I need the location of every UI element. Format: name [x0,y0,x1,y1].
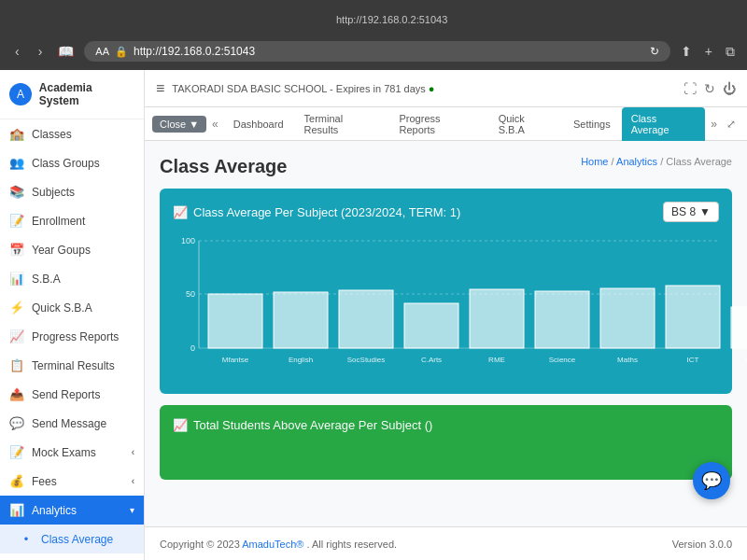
sidebar-item-fees[interactable]: 💰 Fees ‹ [0,467,144,496]
tab-terminal-results[interactable]: Terminal Results [295,107,388,141]
sidebar-item-mockexams[interactable]: 📝 Mock Exams ‹ [0,438,144,467]
bar-carts [404,303,458,348]
class-select[interactable]: BS 8 ▼ [663,202,719,222]
chart-icon-2: 📈 [173,418,188,432]
tab-url: http://192.168.0.2:51043 [9,14,447,25]
footer: Copyright © 2023 AmaduTech® . All rights… [145,526,747,560]
version-label: Version [672,539,707,550]
sba-icon: 📊 [9,272,24,286]
label-ict: ICT [687,356,699,364]
app-wrapper: A Academia System 🏫 Classes 👥 Class Grou… [0,70,747,560]
sidebar-item-subjects[interactable]: 📚 Subjects [0,177,144,206]
svg-text:0: 0 [190,343,195,353]
sidebar-item-progressreports[interactable]: 📈 Progress Reports [0,322,144,351]
sidebar-item-terminalresults[interactable]: 📋 Terminal Results [0,351,144,380]
school-info: TAKORADI SDA BASIC SCHOOL - Expires in 7… [172,83,676,94]
book-icon: 📖 [55,41,77,62]
nav-right-arrow[interactable]: » [707,116,721,133]
main-content: ≡ TAKORADI SDA BASIC SCHOOL - Expires in… [145,70,747,560]
forward-button[interactable]: › [33,42,49,61]
new-tab-icon[interactable]: + [702,41,715,62]
tab-class-average[interactable]: Class Average [622,107,706,141]
sidebar-item-yeargroups[interactable]: 📅 Year Goups [0,235,144,264]
page-title: Class Average [160,156,287,177]
terminalresults-icon: 📋 [9,358,24,372]
subjects-icon: 📚 [9,185,24,199]
class-select-dropdown-icon: ▼ [699,205,711,218]
hamburger-button[interactable]: ≡ [156,80,164,97]
address-text: http://192.168.0.2:51043 [134,45,644,58]
expiry-days: Expires in 781 days [336,83,426,94]
fullscreen-button[interactable]: ⛶ [684,81,697,96]
sidebar-item-enrollment[interactable]: 📝 Enrollment [0,206,144,235]
brand-link[interactable]: AmaduTech® [242,539,303,550]
breadcrumb-home[interactable]: Home [581,156,608,167]
nav-tabs: Close ▼ « Dashboard Terminal Results Pro… [145,107,747,141]
tab-settings[interactable]: Settings [564,113,620,135]
sidebar-item-sendreports[interactable]: 📤 Send Reports [0,380,144,409]
tab-progress-reports[interactable]: Progress Reports [390,107,487,141]
sidebar-label-sba: S.B.A [32,273,61,286]
copyright-text: Copyright © 2023 [160,539,240,550]
sidebar-item-sba[interactable]: 📊 S.B.A [0,264,144,293]
sidebar-label-analytics: Analytics [32,504,77,517]
chart-title-2: 📈 Total Students Above Average Per Subje… [173,418,719,432]
sidebar-title: Academia System [39,81,134,107]
sidebar-item-classes[interactable]: 🏫 Classes [0,119,144,148]
close-dropdown-icon: ▼ [189,119,199,130]
status-dot: ● [429,83,435,94]
bar-science [535,291,589,348]
footer-right: Version 3.0.0 [672,539,732,550]
sidebar-label-sendmessage: Send Message [32,417,106,430]
analytics-icon: 📊 [9,503,24,517]
sidebar-item-analytics[interactable]: 📊 Analytics ▾ [0,496,144,525]
chart-card-2: 📈 Total Students Above Average Per Subje… [160,405,732,480]
back-button[interactable]: ‹ [9,42,25,61]
mockexams-arrow: ‹ [132,447,134,457]
chart-card-1: 📈 Class Average Per Subject (2023/2024, … [160,189,732,394]
top-bar: ≡ TAKORADI SDA BASIC SCHOOL - Expires in… [145,70,747,107]
class-select-value: BS 8 [671,205,696,218]
sidebar-item-sendmessage[interactable]: 💬 Send Message [0,409,144,438]
tab-quick-sba[interactable]: Quick S.B.A [489,107,562,141]
refresh-button[interactable]: ↻ [704,81,715,96]
label-maths: Maths [617,356,638,364]
copy-icon[interactable]: ⧉ [723,41,738,63]
sidebar-label-classaverage: Class Average [41,533,113,546]
expand-button[interactable]: ⤢ [723,116,740,133]
svg-text:50: 50 [186,289,195,299]
classgroups-icon: 👥 [9,156,24,170]
nav-left-arrow[interactable]: « [208,116,222,133]
reload-icon[interactable]: ↻ [650,45,659,58]
progressreports-icon: 📈 [9,329,24,343]
sidebar-item-classaverage[interactable]: • Class Average [0,525,144,553]
bar-rme [470,289,524,348]
tab-dashboard[interactable]: Dashboard [224,113,293,135]
sidebar-label-sendreports: Send Reports [32,388,100,401]
close-button[interactable]: Close ▼ [152,116,206,133]
browser-tab-bar: http://192.168.0.2:51043 [0,0,747,33]
sidebar-label-classes: Classes [32,128,72,141]
sidebar-item-settings[interactable]: ⚙ Settings [0,553,144,560]
chart-header-1: 📈 Class Average Per Subject (2023/2024, … [173,202,719,222]
address-bar[interactable]: AA 🔒 http://192.168.0.2:51043 ↻ [84,41,669,62]
expiry-text: - [330,83,336,94]
sidebar-item-quicksba[interactable]: ⚡ Quick S.B.A [0,293,144,322]
label-socstudies: SocStudies [347,356,385,364]
chart-icon-1: 📈 [173,205,188,219]
label-carts: C.Arts [421,356,442,364]
analytics-arrow: ▾ [130,505,134,515]
sidebar: A Academia System 🏫 Classes 👥 Class Grou… [0,70,145,560]
bar-english [274,292,328,348]
label-rme: RME [488,356,505,364]
aa-label: AA [95,46,109,57]
share-icon[interactable]: ⬆ [678,41,695,62]
breadcrumb-analytics[interactable]: Analytics [616,156,657,167]
fees-icon: 💰 [9,474,24,488]
footer-left: Copyright © 2023 AmaduTech® . All rights… [160,539,397,550]
floating-chat-button[interactable]: 💬 [693,462,730,499]
power-button[interactable]: ⏻ [723,81,736,96]
sidebar-item-classgroups[interactable]: 👥 Class Groups [0,148,144,177]
version-value: 3.0.0 [710,539,732,550]
browser-nav-bar: ‹ › 📖 AA 🔒 http://192.168.0.2:51043 ↻ ⬆ … [0,33,747,70]
